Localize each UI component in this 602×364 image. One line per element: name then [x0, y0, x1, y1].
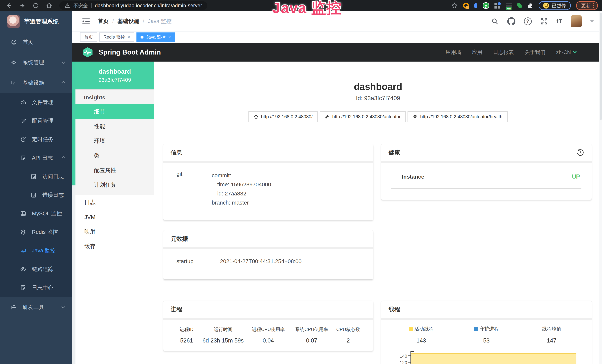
col-process-cpu: 进程CPU使用率: [247, 326, 290, 332]
info-card-title: 信息: [163, 144, 373, 163]
grid-extension-icon[interactable]: [494, 3, 500, 9]
y-extension-icon[interactable]: y: [483, 2, 489, 9]
sba-item-caches[interactable]: 缓存: [75, 239, 154, 254]
live-threads-area: [411, 353, 576, 364]
page-scrollbar[interactable]: [599, 11, 602, 364]
puzzle-extensions-icon[interactable]: [527, 2, 533, 9]
sba-nav-applications[interactable]: 应用: [472, 49, 483, 56]
page-subtitle: Id: 93a3fc7f7409: [154, 95, 602, 102]
sba-navbar: Spring Boot Admin 应用墙 应用 日志报表 关于我们 zh-CN: [72, 43, 602, 62]
sidebar-item-infrastructure[interactable]: 基础设施: [0, 73, 72, 93]
tab-java-monitor[interactable]: Java 监控×: [137, 32, 175, 42]
sidebar-item-api-logs[interactable]: API 日志: [0, 149, 72, 167]
info-card: 信息 git commit: time: 1596289704000 id: 2…: [163, 144, 373, 220]
browser-home-icon[interactable]: [46, 2, 53, 9]
avatar[interactable]: [571, 15, 582, 27]
sidebar-item-file-mgmt[interactable]: 文件管理: [0, 93, 72, 112]
pin-extension-icon[interactable]: [474, 3, 477, 8]
on-extension-icon[interactable]: on: [505, 3, 512, 8]
sba-nav-wallboard[interactable]: 应用墙: [446, 49, 461, 56]
sba-content: dashboard Id: 93a3fc7f7409 http://192.16…: [154, 62, 602, 364]
sidebar-item-log-center[interactable]: 日志中心: [0, 278, 72, 297]
browser-menu-icon[interactable]: [593, 3, 594, 8]
sba-item-jvm[interactable]: JVM: [75, 210, 154, 224]
sidebar-item-config-mgmt[interactable]: 配置管理: [0, 112, 72, 130]
extension-icon[interactable]: [463, 3, 469, 9]
sba-item-classes[interactable]: 类: [75, 148, 154, 163]
sba-nav-journal[interactable]: 日志报表: [493, 49, 514, 56]
health-link[interactable]: http://192.168.0.2:48080/actuator/health: [408, 111, 507, 122]
sba-logo-icon: [82, 47, 93, 58]
url-divider: [91, 3, 92, 8]
live-threads-value: 143: [389, 337, 454, 344]
sidebar-item-error-log[interactable]: 错误日志: [0, 186, 72, 204]
sidebar-item-mysql-monitor[interactable]: MySQL 监控: [0, 204, 72, 223]
sba-item-config-props[interactable]: 配置属性: [75, 163, 154, 178]
instance-home-link[interactable]: http://192.168.0.2:48080/: [248, 111, 318, 122]
leaf-extension-icon[interactable]: [517, 3, 522, 8]
address-bar[interactable]: 不安全 dashboard.yudao.iocoder.cn/infra/adm…: [59, 1, 207, 10]
sba-item-mappings[interactable]: 映射: [75, 224, 154, 239]
divider: [173, 212, 363, 212]
browser-back-icon[interactable]: [6, 2, 13, 9]
update-button[interactable]: 更新: [576, 1, 598, 10]
sidebar-item-tracing[interactable]: 链路追踪: [0, 260, 72, 278]
close-icon[interactable]: ×: [168, 35, 171, 39]
bookmark-star-icon[interactable]: [451, 2, 458, 9]
security-label: 不安全: [74, 2, 88, 9]
doc-edit-icon: [20, 155, 27, 161]
doc-edit-icon: [30, 192, 37, 198]
paused-badge[interactable]: 已暂停: [538, 1, 571, 10]
sidebar-item-dev-tools[interactable]: 研发工具: [0, 297, 72, 317]
fullscreen-icon[interactable]: [540, 17, 548, 25]
sba-nav-about[interactable]: 关于我们: [525, 49, 546, 56]
sidebar-scrollbar-thumb[interactable]: [72, 62, 75, 185]
actuator-link[interactable]: http://192.168.0.2:48080/actuator: [320, 111, 406, 122]
col-system-cpu: 系统CPU使用率: [290, 326, 333, 332]
collapse-sidebar-icon[interactable]: [82, 18, 90, 25]
daemon-threads-value: 53: [454, 337, 519, 344]
sidebar-scrollbar[interactable]: [72, 62, 75, 364]
tab-home[interactable]: 首页: [80, 32, 97, 42]
github-icon[interactable]: [507, 17, 516, 25]
font-size-icon[interactable]: tT: [557, 18, 562, 25]
help-icon[interactable]: ?: [524, 17, 532, 25]
y-tick: 140: [393, 353, 407, 359]
sba-item-scheduled-tasks[interactable]: 计划任务: [75, 178, 154, 192]
close-icon[interactable]: ×: [128, 35, 130, 39]
infrastructure-submenu: 文件管理 配置管理 定时任务 API 日志 访问日志 错误日志: [0, 93, 72, 297]
sidebar-item-home[interactable]: 首页: [0, 32, 72, 52]
sba-item-environment[interactable]: 环境: [75, 134, 154, 148]
page-title: dashboard: [154, 81, 602, 92]
browser-reload-icon[interactable]: [32, 2, 39, 9]
sidebar-item-redis-monitor[interactable]: Redis 监控: [0, 223, 72, 241]
info-key: git: [176, 171, 212, 207]
sidebar-item-scheduled-tasks[interactable]: 定时任务: [0, 130, 72, 149]
sba-language-select[interactable]: zh-CN: [556, 49, 576, 55]
info-value: commit: time: 1596289704000 id: 27aa832 …: [212, 171, 271, 207]
tab-redis-monitor[interactable]: Redis 监控×: [99, 32, 134, 42]
breadcrumb-infrastructure[interactable]: 基础设施: [118, 18, 139, 25]
sidebar-item-access-log[interactable]: 访问日志: [0, 167, 72, 186]
history-icon[interactable]: [576, 149, 584, 157]
sidebar-item-java-monitor[interactable]: Java 监控: [0, 241, 72, 260]
insights-section: Insights 细节 性能 环境 类 配置属性 计划任务: [75, 89, 154, 195]
sba-brand[interactable]: Spring Boot Admin: [82, 47, 161, 58]
breadcrumb-home[interactable]: 首页: [98, 18, 109, 25]
sba-item-logs[interactable]: 日志: [75, 195, 154, 210]
search-icon[interactable]: [491, 17, 499, 25]
sba-instance-header[interactable]: dashboard 93a3fc7f7409: [75, 62, 154, 89]
home-icon: [254, 114, 258, 119]
browser-forward-icon[interactable]: [19, 2, 26, 9]
page-scrollbar-thumb[interactable]: [600, 13, 602, 120]
metadata-key: startup: [176, 258, 220, 264]
instance-name: dashboard: [99, 68, 131, 75]
sba-item-metrics[interactable]: 性能: [75, 119, 154, 134]
sba-item-details[interactable]: 细节: [75, 104, 154, 119]
not-secure-warning-icon: [64, 3, 70, 8]
url-text[interactable]: dashboard.yudao.iocoder.cn/infra/admin-s…: [95, 3, 202, 9]
health-card-title: 健康: [389, 149, 400, 157]
chevron-down-icon[interactable]: [590, 20, 594, 22]
sidebar-item-system-mgmt[interactable]: 系统管理: [0, 52, 72, 73]
app-logo-row[interactable]: 芋道管理系统: [0, 11, 72, 32]
